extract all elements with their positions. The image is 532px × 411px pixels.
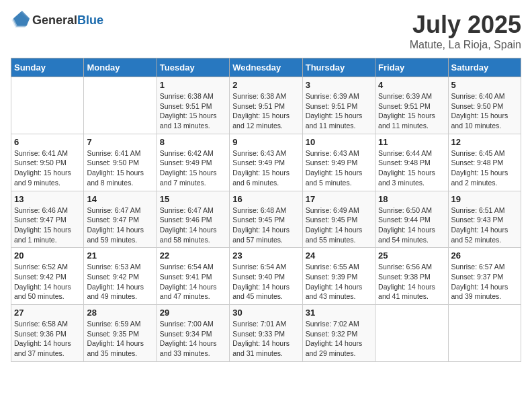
calendar-cell: 18Sunrise: 6:50 AM Sunset: 9:44 PM Dayli… (375, 191, 448, 248)
calendar-cell (84, 77, 157, 134)
weekday-header: Wednesday (230, 58, 302, 77)
day-info: Sunrise: 6:46 AM Sunset: 9:47 PM Dayligh… (14, 205, 81, 245)
day-info: Sunrise: 7:00 AM Sunset: 9:34 PM Dayligh… (160, 319, 226, 359)
day-info: Sunrise: 6:51 AM Sunset: 9:43 PM Dayligh… (451, 205, 518, 245)
day-number: 18 (378, 194, 445, 204)
day-number: 16 (232, 194, 299, 204)
day-info: Sunrise: 6:48 AM Sunset: 9:45 PM Dayligh… (232, 205, 299, 245)
calendar-cell: 25Sunrise: 6:56 AM Sunset: 9:38 PM Dayli… (375, 248, 448, 305)
month-title: July 2025 (410, 11, 521, 39)
day-info: Sunrise: 6:58 AM Sunset: 9:36 PM Dayligh… (14, 319, 81, 359)
calendar-cell: 5Sunrise: 6:40 AM Sunset: 9:50 PM Daylig… (448, 77, 521, 134)
calendar-cell: 23Sunrise: 6:54 AM Sunset: 9:40 PM Dayli… (230, 248, 302, 305)
calendar-cell (11, 77, 84, 134)
calendar-cell: 21Sunrise: 6:53 AM Sunset: 9:42 PM Dayli… (84, 248, 157, 305)
day-info: Sunrise: 6:39 AM Sunset: 9:51 PM Dayligh… (306, 91, 372, 131)
day-number: 25 (378, 250, 445, 261)
day-info: Sunrise: 6:40 AM Sunset: 9:50 PM Dayligh… (451, 91, 518, 131)
weekday-header-row: SundayMondayTuesdayWednesdayThursdayFrid… (11, 58, 521, 77)
calendar-week-row: 1Sunrise: 6:38 AM Sunset: 9:51 PM Daylig… (11, 77, 521, 134)
day-info: Sunrise: 6:47 AM Sunset: 9:46 PM Dayligh… (160, 205, 226, 245)
day-info: Sunrise: 6:43 AM Sunset: 9:49 PM Dayligh… (232, 148, 299, 188)
day-number: 31 (306, 308, 372, 318)
day-number: 30 (232, 308, 299, 318)
calendar-cell: 4Sunrise: 6:39 AM Sunset: 9:51 PM Daylig… (375, 77, 448, 134)
weekday-header: Friday (375, 58, 448, 77)
day-number: 19 (451, 194, 518, 204)
day-number: 2 (232, 80, 299, 90)
day-info: Sunrise: 6:50 AM Sunset: 9:44 PM Dayligh… (378, 205, 445, 245)
day-number: 20 (14, 250, 81, 261)
day-number: 26 (451, 250, 518, 261)
day-number: 8 (160, 137, 226, 147)
day-info: Sunrise: 7:02 AM Sunset: 9:32 PM Dayligh… (306, 319, 372, 359)
calendar-cell: 9Sunrise: 6:43 AM Sunset: 9:49 PM Daylig… (230, 134, 302, 191)
calendar-cell: 19Sunrise: 6:51 AM Sunset: 9:43 PM Dayli… (448, 191, 521, 248)
calendar-cell: 16Sunrise: 6:48 AM Sunset: 9:45 PM Dayli… (230, 191, 302, 248)
day-number: 3 (306, 80, 372, 90)
title-block: July 2025 Matute, La Rioja, Spain (410, 11, 521, 51)
day-number: 15 (160, 194, 226, 204)
day-number: 9 (232, 137, 299, 147)
day-info: Sunrise: 6:44 AM Sunset: 9:48 PM Dayligh… (378, 148, 445, 188)
day-info: Sunrise: 6:39 AM Sunset: 9:51 PM Dayligh… (378, 91, 445, 131)
calendar-cell: 12Sunrise: 6:45 AM Sunset: 9:48 PM Dayli… (448, 134, 521, 191)
day-info: Sunrise: 6:53 AM Sunset: 9:42 PM Dayligh… (87, 262, 153, 302)
weekday-header: Saturday (448, 58, 521, 77)
day-number: 13 (14, 194, 81, 204)
day-info: Sunrise: 6:57 AM Sunset: 9:37 PM Dayligh… (451, 262, 518, 302)
calendar-cell: 15Sunrise: 6:47 AM Sunset: 9:46 PM Dayli… (157, 191, 229, 248)
logo-text-blue: Blue (77, 13, 103, 27)
day-info: Sunrise: 6:52 AM Sunset: 9:42 PM Dayligh… (14, 262, 81, 302)
calendar-table: SundayMondayTuesdayWednesdayThursdayFrid… (11, 58, 521, 362)
calendar-cell: 28Sunrise: 6:59 AM Sunset: 9:35 PM Dayli… (84, 305, 157, 362)
day-info: Sunrise: 6:54 AM Sunset: 9:41 PM Dayligh… (160, 262, 226, 302)
calendar-cell: 17Sunrise: 6:49 AM Sunset: 9:45 PM Dayli… (302, 191, 375, 248)
day-info: Sunrise: 6:38 AM Sunset: 9:51 PM Dayligh… (232, 91, 299, 131)
calendar-week-row: 13Sunrise: 6:46 AM Sunset: 9:47 PM Dayli… (11, 191, 521, 248)
day-info: Sunrise: 6:54 AM Sunset: 9:40 PM Dayligh… (232, 262, 299, 302)
day-info: Sunrise: 6:43 AM Sunset: 9:49 PM Dayligh… (306, 148, 372, 188)
calendar-cell: 3Sunrise: 6:39 AM Sunset: 9:51 PM Daylig… (302, 77, 375, 134)
day-number: 27 (14, 308, 81, 318)
day-number: 10 (306, 137, 372, 147)
day-info: Sunrise: 6:41 AM Sunset: 9:50 PM Dayligh… (14, 148, 81, 188)
day-info: Sunrise: 6:59 AM Sunset: 9:35 PM Dayligh… (87, 319, 153, 359)
day-number: 21 (87, 250, 153, 261)
day-info: Sunrise: 6:42 AM Sunset: 9:49 PM Dayligh… (160, 148, 226, 188)
calendar-cell: 8Sunrise: 6:42 AM Sunset: 9:49 PM Daylig… (157, 134, 229, 191)
calendar-cell: 24Sunrise: 6:55 AM Sunset: 9:39 PM Dayli… (302, 248, 375, 305)
calendar-cell: 2Sunrise: 6:38 AM Sunset: 9:51 PM Daylig… (230, 77, 302, 134)
calendar-cell: 14Sunrise: 6:47 AM Sunset: 9:47 PM Dayli… (84, 191, 157, 248)
location-title: Matute, La Rioja, Spain (410, 39, 521, 51)
day-number: 5 (451, 80, 518, 90)
calendar-cell: 26Sunrise: 6:57 AM Sunset: 9:37 PM Dayli… (448, 248, 521, 305)
day-info: Sunrise: 6:55 AM Sunset: 9:39 PM Dayligh… (306, 262, 372, 302)
day-number: 22 (160, 250, 226, 261)
calendar-cell: 13Sunrise: 6:46 AM Sunset: 9:47 PM Dayli… (11, 191, 84, 248)
logo: GeneralBlue (11, 11, 103, 30)
day-number: 23 (232, 250, 299, 261)
day-number: 7 (87, 137, 153, 147)
calendar-cell: 1Sunrise: 6:38 AM Sunset: 9:51 PM Daylig… (157, 77, 229, 134)
calendar-cell: 27Sunrise: 6:58 AM Sunset: 9:36 PM Dayli… (11, 305, 84, 362)
day-number: 14 (87, 194, 153, 204)
calendar-cell: 7Sunrise: 6:41 AM Sunset: 9:50 PM Daylig… (84, 134, 157, 191)
weekday-header: Monday (84, 58, 157, 77)
day-info: Sunrise: 6:45 AM Sunset: 9:48 PM Dayligh… (451, 148, 518, 188)
calendar-cell: 31Sunrise: 7:02 AM Sunset: 9:32 PM Dayli… (302, 305, 375, 362)
calendar-cell: 20Sunrise: 6:52 AM Sunset: 9:42 PM Dayli… (11, 248, 84, 305)
calendar-cell (375, 305, 448, 362)
day-info: Sunrise: 6:56 AM Sunset: 9:38 PM Dayligh… (378, 262, 445, 302)
weekday-header: Sunday (11, 58, 84, 77)
page-header: GeneralBlue July 2025 Matute, La Rioja, … (11, 11, 521, 51)
day-number: 4 (378, 80, 445, 90)
calendar-week-row: 6Sunrise: 6:41 AM Sunset: 9:50 PM Daylig… (11, 134, 521, 191)
calendar-cell: 30Sunrise: 7:01 AM Sunset: 9:33 PM Dayli… (230, 305, 302, 362)
calendar-cell: 11Sunrise: 6:44 AM Sunset: 9:48 PM Dayli… (375, 134, 448, 191)
calendar-cell: 22Sunrise: 6:54 AM Sunset: 9:41 PM Dayli… (157, 248, 229, 305)
day-info: Sunrise: 6:41 AM Sunset: 9:50 PM Dayligh… (87, 148, 153, 188)
day-info: Sunrise: 7:01 AM Sunset: 9:33 PM Dayligh… (232, 319, 299, 359)
logo-icon (11, 11, 30, 30)
calendar-cell (448, 305, 521, 362)
